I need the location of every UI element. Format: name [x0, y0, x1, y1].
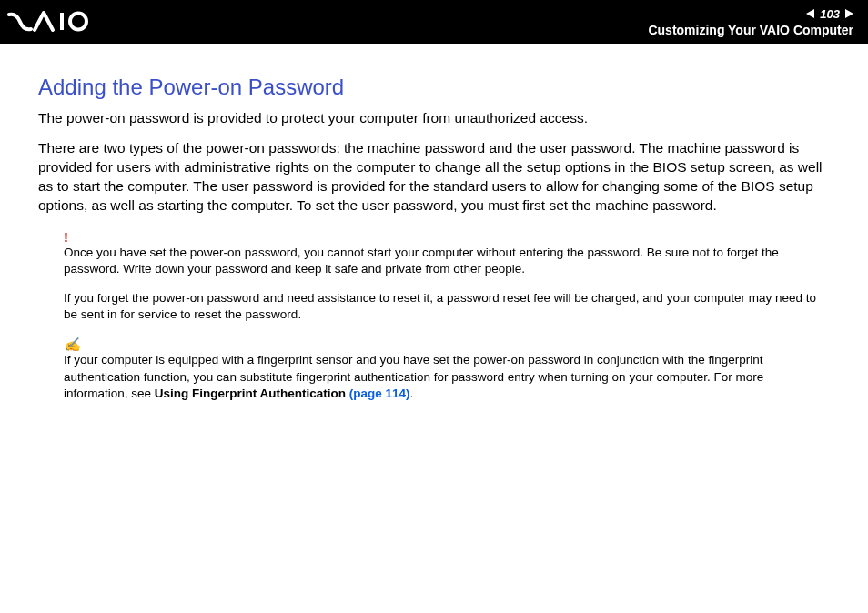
warning-icon: !: [64, 230, 830, 244]
tip-text: If your computer is equipped with a fing…: [64, 352, 830, 402]
description-paragraph: There are two types of the power-on pass…: [38, 139, 830, 216]
page-title: Adding the Power-on Password: [38, 75, 830, 100]
tip-bold: Using Fingerprint Authentication: [155, 387, 349, 400]
header-right: 103 Customizing Your VAIO Computer: [648, 7, 853, 37]
tip-post: .: [410, 387, 414, 400]
warning-text-1: Once you have set the power-on password,…: [64, 245, 830, 277]
prev-page-icon[interactable]: [806, 9, 814, 18]
warning-text-2: If you forget the power-on password and …: [64, 290, 830, 323]
page-content: Adding the Power-on Password The power-o…: [0, 44, 868, 402]
page-number: 103: [820, 7, 840, 21]
tip-icon: ✍: [64, 337, 830, 351]
section-title: Customizing Your VAIO Computer: [648, 23, 853, 37]
page-nav: 103: [806, 7, 853, 21]
vaio-logo: [7, 9, 107, 35]
svg-point-1: [70, 14, 86, 30]
page-header: 103 Customizing Your VAIO Computer: [0, 0, 868, 44]
tip-link[interactable]: (page 114): [349, 387, 410, 400]
tip-block: ✍ If your computer is equipped with a fi…: [64, 337, 830, 402]
warning-block: ! Once you have set the power-on passwor…: [64, 230, 830, 324]
svg-rect-0: [60, 13, 64, 30]
intro-paragraph: The power-on password is provided to pro…: [38, 109, 830, 128]
next-page-icon[interactable]: [845, 9, 853, 18]
